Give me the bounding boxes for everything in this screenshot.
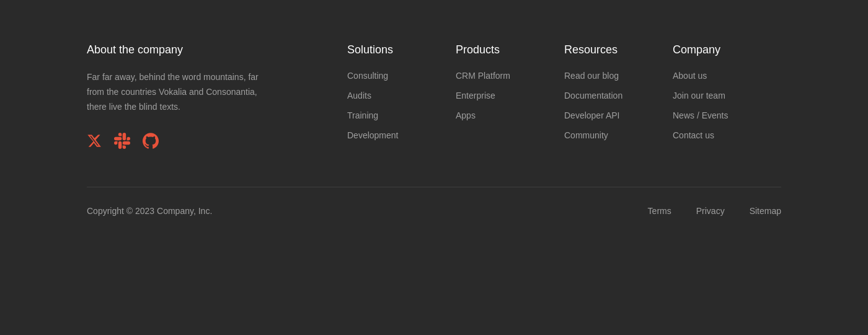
nav-link[interactable]: Contact us [673, 130, 714, 140]
list-item: CRM Platform [456, 70, 564, 81]
nav-link[interactable]: Developer API [564, 110, 620, 120]
about-section: About the company Far far away, behind t… [87, 43, 322, 150]
nav-link[interactable]: Read our blog [564, 71, 619, 81]
nav-columns: SolutionsConsultingAuditsTrainingDevelop… [347, 43, 781, 150]
nav-column-list: Read our blogDocumentationDeveloper APIC… [564, 70, 673, 141]
footer-links: TermsPrivacySitemap [648, 206, 781, 216]
nav-column-heading: Solutions [347, 43, 456, 56]
list-item: News / Events [673, 110, 781, 121]
nav-link[interactable]: Training [347, 110, 378, 120]
nav-link[interactable]: Consulting [347, 71, 388, 81]
nav-column-products: ProductsCRM PlatformEnterpriseApps [456, 43, 564, 150]
nav-link[interactable]: Development [347, 130, 399, 140]
list-item: Contact us [673, 130, 781, 141]
nav-column-solutions: SolutionsConsultingAuditsTrainingDevelop… [347, 43, 456, 150]
list-item: Apps [456, 110, 564, 121]
footer-top: About the company Far far away, behind t… [87, 43, 781, 150]
nav-link[interactable]: News / Events [673, 110, 728, 120]
about-heading: About the company [87, 43, 322, 56]
github-icon[interactable] [143, 133, 159, 149]
nav-column-heading: Resources [564, 43, 673, 56]
social-icons [87, 133, 322, 149]
footer-link[interactable]: Privacy [696, 206, 725, 216]
footer-bottom: Copyright © 2023 Company, Inc. TermsPriv… [87, 206, 781, 216]
nav-link[interactable]: Apps [456, 110, 476, 120]
list-item: Training [347, 110, 456, 121]
nav-column-list: ConsultingAuditsTrainingDevelopment [347, 70, 456, 141]
nav-link[interactable]: Documentation [564, 91, 622, 100]
slack-icon[interactable] [114, 133, 130, 149]
nav-column-heading: Products [456, 43, 564, 56]
footer-link[interactable]: Sitemap [750, 206, 781, 216]
twitter-icon[interactable] [87, 133, 102, 148]
nav-link[interactable]: Enterprise [456, 91, 495, 100]
nav-link[interactable]: Audits [347, 91, 371, 100]
list-item: Consulting [347, 70, 456, 81]
nav-column-list: About usJoin our teamNews / EventsContac… [673, 70, 781, 141]
list-item: Documentation [564, 90, 673, 101]
list-item: About us [673, 70, 781, 81]
site-footer: About the company Far far away, behind t… [0, 0, 868, 241]
nav-column-list: CRM PlatformEnterpriseApps [456, 70, 564, 121]
copyright-text: Copyright © 2023 Company, Inc. [87, 206, 212, 216]
nav-link[interactable]: Community [564, 130, 608, 140]
list-item: Audits [347, 90, 456, 101]
list-item: Community [564, 130, 673, 141]
nav-column-company: CompanyAbout usJoin our teamNews / Event… [673, 43, 781, 150]
footer-link[interactable]: Terms [648, 206, 671, 216]
nav-link[interactable]: CRM Platform [456, 71, 510, 81]
nav-link[interactable]: About us [673, 71, 707, 81]
list-item: Read our blog [564, 70, 673, 81]
nav-link[interactable]: Join our team [673, 91, 725, 100]
about-description: Far far away, behind the word mountains,… [87, 70, 273, 114]
footer-divider [87, 187, 781, 187]
list-item: Development [347, 130, 456, 141]
nav-column-resources: ResourcesRead our blogDocumentationDevel… [564, 43, 673, 150]
list-item: Enterprise [456, 90, 564, 101]
nav-column-heading: Company [673, 43, 781, 56]
list-item: Developer API [564, 110, 673, 121]
list-item: Join our team [673, 90, 781, 101]
